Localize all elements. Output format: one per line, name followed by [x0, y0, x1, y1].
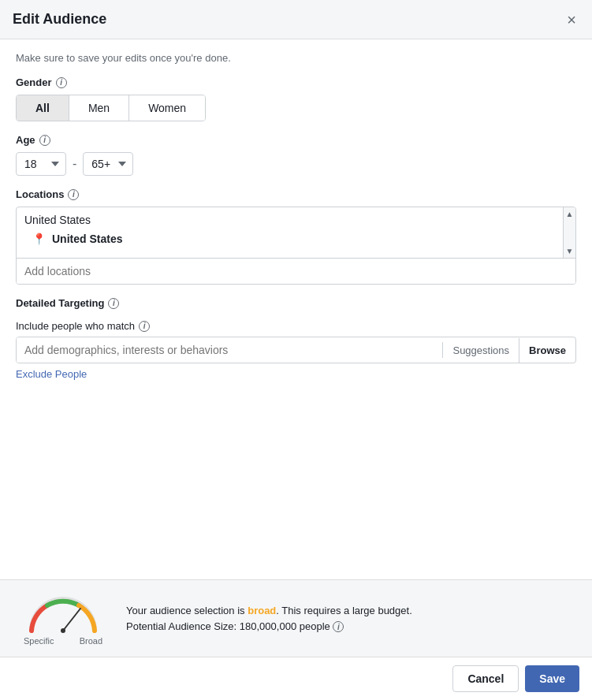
gender-info-icon[interactable]: i: [56, 77, 67, 88]
cancel-button[interactable]: Cancel: [452, 665, 519, 692]
audience-description: Your audience selection is broad. This r…: [126, 603, 576, 619]
detailed-targeting-info-icon[interactable]: i: [108, 298, 119, 309]
targeting-input[interactable]: [17, 337, 442, 363]
location-name: United States: [52, 233, 122, 245]
modal-title: Edit Audience: [13, 11, 106, 28]
gauge-svg: [24, 591, 102, 635]
browse-button[interactable]: Browse: [519, 338, 575, 363]
locations-info-icon[interactable]: i: [68, 189, 79, 200]
locations-label: Locations i: [16, 188, 576, 200]
gender-all-button[interactable]: All: [17, 95, 69, 121]
save-button[interactable]: Save: [525, 665, 579, 692]
include-label: Include people who match i: [16, 320, 576, 332]
location-item[interactable]: 📍 United States: [24, 226, 555, 251]
gender-men-button[interactable]: Men: [69, 95, 129, 121]
age-info-icon[interactable]: i: [39, 135, 50, 146]
gauge-labels: Specific Broad: [24, 636, 102, 646]
location-pin-icon: 📍: [32, 233, 46, 245]
include-info-icon[interactable]: i: [139, 321, 150, 332]
targeting-input-row: Suggestions Browse: [16, 337, 576, 363]
exclude-people-link[interactable]: Exclude People: [16, 368, 576, 380]
scroll-up-icon[interactable]: ▲: [564, 207, 576, 221]
modal-body: Make sure to save your edits once you're…: [0, 39, 592, 579]
svg-point-1: [61, 628, 65, 633]
potential-size-info-icon[interactable]: i: [333, 621, 344, 632]
close-button[interactable]: ×: [564, 12, 579, 28]
audience-desc-suffix: . This requires a large budget.: [276, 605, 411, 616]
age-label: Age i: [16, 134, 576, 146]
gauge-specific-label: Specific: [24, 636, 54, 646]
age-separator: -: [73, 157, 76, 171]
svg-line-0: [63, 609, 80, 631]
detailed-targeting-label: Detailed Targeting i: [16, 297, 576, 309]
gauge-container: Specific Broad: [16, 591, 110, 646]
gauge-broad-label: Broad: [80, 636, 102, 646]
age-from-select[interactable]: 1314151617 18192021 2223242530 354045505…: [16, 152, 66, 176]
save-notice: Make sure to save your edits once you're…: [16, 52, 576, 64]
footer-actions: Cancel Save: [0, 657, 592, 700]
locations-search-value: United States: [24, 214, 555, 226]
audience-text: Your audience selection is broad. This r…: [126, 603, 576, 634]
locations-scrollbar[interactable]: ▲ ▼: [563, 207, 575, 258]
gender-women-button[interactable]: Women: [129, 95, 205, 121]
potential-audience-size: Potential Audience Size: 180,000,000 peo…: [126, 619, 576, 635]
add-locations-input[interactable]: [17, 259, 575, 284]
broad-word: broad: [248, 605, 276, 616]
suggestions-button[interactable]: Suggestions: [443, 338, 519, 363]
age-row: 1314151617 18192021 2223242530 354045505…: [16, 152, 576, 176]
locations-section: Locations i United States 📍 United State…: [16, 188, 576, 285]
age-to-select[interactable]: 18192021 22232425 30354045 50556065+: [83, 152, 133, 176]
audience-desc-prefix: Your audience selection is: [126, 605, 248, 616]
locations-header: United States 📍 United States ▲ ▼: [17, 207, 575, 259]
age-section: Age i 1314151617 18192021 2223242530 354…: [16, 134, 576, 176]
modal-overlay: Edit Audience × Make sure to save your e…: [0, 0, 592, 700]
gender-section: Gender i All Men Women: [16, 76, 576, 121]
locations-box: United States 📍 United States ▲ ▼: [16, 207, 576, 285]
edit-audience-modal: Edit Audience × Make sure to save your e…: [0, 0, 592, 700]
gender-button-group: All Men Women: [16, 95, 206, 121]
gender-label: Gender i: [16, 76, 576, 88]
audience-meter-bar: Specific Broad Your audience selection i…: [0, 579, 592, 657]
modal-header: Edit Audience ×: [0, 0, 592, 39]
scroll-down-icon[interactable]: ▼: [564, 244, 576, 258]
locations-search-area: United States 📍 United States: [17, 207, 563, 258]
detailed-targeting-section: Detailed Targeting i Include people who …: [16, 297, 576, 380]
